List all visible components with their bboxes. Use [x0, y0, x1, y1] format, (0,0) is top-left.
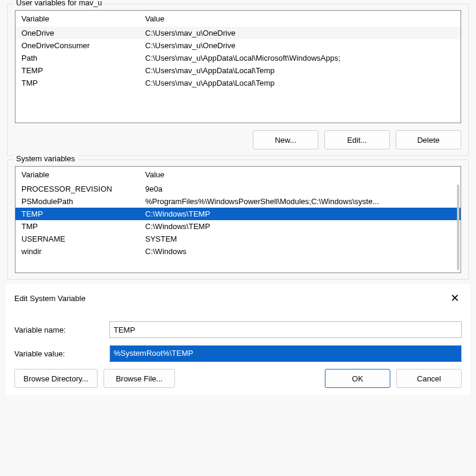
- user-edit-button[interactable]: Edit...: [324, 130, 390, 149]
- scrollbar-thumb[interactable]: [457, 184, 459, 270]
- system-variables-table[interactable]: Variable Value PROCESSOR_REVISION 9e0a P…: [15, 167, 461, 258]
- dialog-button-row: Browse Directory... Browse File... OK Ca…: [14, 369, 462, 388]
- variable-value-input[interactable]: [109, 345, 462, 362]
- cell-value: C:\Users\mav_u\OneDrive: [139, 39, 461, 52]
- variable-name-input[interactable]: [109, 321, 462, 338]
- cell-variable: OneDriveConsumer: [15, 39, 139, 52]
- cell-variable: TMP: [15, 77, 139, 89]
- cell-value: C:\Windows\TEMP: [139, 220, 461, 233]
- browse-directory-button[interactable]: Browse Directory...: [14, 369, 98, 388]
- cell-value: C:\Users\mav_u\AppData\Local\Temp: [139, 77, 461, 89]
- user-variables-header-row: Variable Value: [15, 11, 461, 27]
- cell-variable: windir: [15, 245, 139, 258]
- user-variables-title: User variables for mav_u: [14, 0, 105, 7]
- table-row[interactable]: TMP C:\Users\mav_u\AppData\Local\Temp: [15, 77, 461, 89]
- variable-name-row: Variable name:: [14, 321, 462, 338]
- system-variables-table-wrap: Variable Value PROCESSOR_REVISION 9e0a P…: [15, 166, 461, 273]
- user-new-button[interactable]: New...: [253, 130, 318, 149]
- user-delete-button[interactable]: Delete: [396, 130, 461, 149]
- system-col-value[interactable]: Value: [139, 167, 461, 183]
- cell-variable: TEMP: [15, 64, 139, 77]
- cell-value: C:\Windows\TEMP: [139, 208, 461, 220]
- cell-variable: TEMP: [15, 208, 139, 220]
- table-row[interactable]: TEMP C:\Users\mav_u\AppData\Local\Temp: [15, 64, 461, 77]
- browse-file-button[interactable]: Browse File...: [104, 369, 175, 388]
- table-row[interactable]: PROCESSOR_REVISION 9e0a: [15, 183, 461, 195]
- cell-value: C:\Windows: [139, 245, 461, 258]
- table-row[interactable]: OneDriveConsumer C:\Users\mav_u\OneDrive: [15, 39, 461, 52]
- cancel-button[interactable]: Cancel: [396, 369, 462, 388]
- cell-value: C:\Users\mav_u\AppData\Local\Microsoft\W…: [139, 52, 461, 64]
- system-variables-header-row: Variable Value: [15, 167, 461, 183]
- user-variables-table[interactable]: Variable Value OneDrive C:\Users\mav_u\O…: [15, 11, 461, 89]
- dialog-header: Edit System Variable ✕: [14, 293, 462, 321]
- close-icon[interactable]: ✕: [447, 293, 462, 303]
- cell-variable: TMP: [15, 220, 139, 233]
- system-variables-group: System variables Variable Value PROCESSO…: [7, 159, 469, 280]
- cell-variable: PROCESSOR_REVISION: [15, 183, 139, 195]
- table-row[interactable]: windir C:\Windows: [15, 245, 461, 258]
- variable-value-label: Variable value:: [14, 349, 109, 358]
- table-row[interactable]: Path C:\Users\mav_u\AppData\Local\Micros…: [15, 52, 461, 64]
- dialog-title: Edit System Variable: [14, 294, 86, 303]
- cell-value: %ProgramFiles%\WindowsPowerShell\Modules…: [139, 195, 461, 208]
- cell-value: SYSTEM: [139, 233, 461, 245]
- user-variables-group: User variables for mav_u Variable Value …: [7, 4, 469, 156]
- cell-variable: PSModulePath: [15, 195, 139, 208]
- user-col-value[interactable]: Value: [139, 11, 461, 27]
- table-row[interactable]: OneDrive C:\Users\mav_u\OneDrive: [15, 27, 461, 39]
- ok-button[interactable]: OK: [325, 369, 390, 388]
- table-row[interactable]: TMP C:\Windows\TEMP: [15, 220, 461, 233]
- table-row[interactable]: USERNAME SYSTEM: [15, 233, 461, 245]
- cell-value: C:\Users\mav_u\OneDrive: [139, 27, 461, 39]
- user-variables-table-wrap: Variable Value OneDrive C:\Users\mav_u\O…: [15, 10, 461, 123]
- table-row[interactable]: TEMP C:\Windows\TEMP: [15, 208, 461, 220]
- user-buttons-row: New... Edit... Delete: [15, 130, 461, 149]
- cell-value: C:\Users\mav_u\AppData\Local\Temp: [139, 64, 461, 77]
- system-col-variable[interactable]: Variable: [15, 167, 139, 183]
- variable-name-label: Variable name:: [14, 325, 109, 334]
- cell-variable: USERNAME: [15, 233, 139, 245]
- spacer: [181, 369, 319, 388]
- table-row[interactable]: PSModulePath %ProgramFiles%\WindowsPower…: [15, 195, 461, 208]
- cell-value: 9e0a: [139, 183, 461, 195]
- cell-variable: OneDrive: [15, 27, 139, 39]
- system-variables-title: System variables: [14, 154, 77, 163]
- user-col-variable[interactable]: Variable: [15, 11, 139, 27]
- variable-value-row: Variable value:: [14, 345, 462, 362]
- edit-system-variable-dialog: Edit System Variable ✕ Variable name: Va…: [6, 284, 470, 395]
- cell-variable: Path: [15, 52, 139, 64]
